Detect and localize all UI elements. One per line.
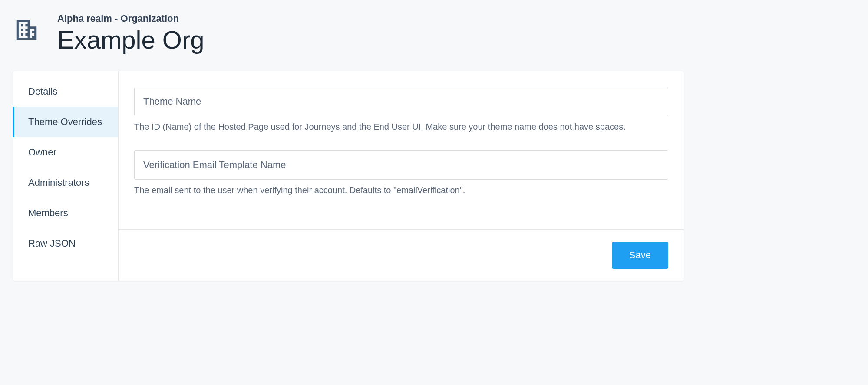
sidebar-item-members[interactable]: Members (13, 198, 118, 228)
settings-card: Details Theme Overrides Owner Administra… (13, 71, 684, 281)
sidebar-item-details[interactable]: Details (13, 76, 118, 107)
breadcrumb: Alpha realm - Organization (57, 13, 204, 24)
page-title: Example Org (57, 26, 204, 54)
save-button[interactable]: Save (612, 242, 668, 269)
sidebar-item-administrators[interactable]: Administrators (13, 168, 118, 198)
theme-name-help: The ID (Name) of the Hosted Page used fo… (134, 121, 668, 133)
settings-sidebar: Details Theme Overrides Owner Administra… (13, 71, 119, 281)
content-area: The ID (Name) of the Hosted Page used fo… (119, 71, 684, 281)
page-header: Alpha realm - Organization Example Org (13, 13, 684, 54)
sidebar-item-theme-overrides[interactable]: Theme Overrides (13, 107, 118, 137)
form-footer: Save (119, 229, 684, 281)
verification-email-input[interactable] (134, 150, 668, 180)
verification-email-help: The email sent to the user when verifyin… (134, 184, 668, 196)
sidebar-item-owner[interactable]: Owner (13, 137, 118, 168)
sidebar-item-raw-json[interactable]: Raw JSON (13, 228, 118, 259)
theme-name-input[interactable] (134, 87, 668, 116)
theme-name-group: The ID (Name) of the Hosted Page used fo… (134, 87, 668, 133)
verification-email-group: The email sent to the user when verifyin… (134, 150, 668, 196)
organization-icon (13, 16, 40, 45)
